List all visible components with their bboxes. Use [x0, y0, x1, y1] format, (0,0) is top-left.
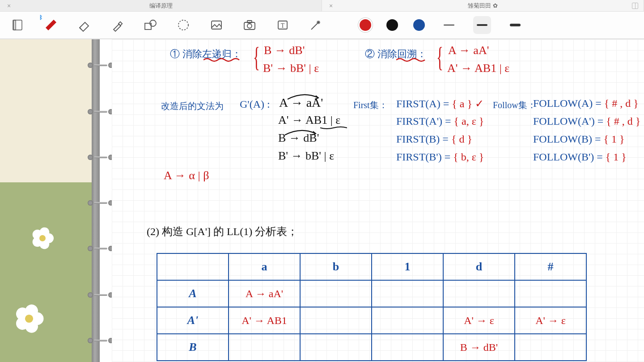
tab-label: 雏菊田田 ✿: [468, 2, 498, 10]
pen-icon[interactable]: ᛒ: [42, 16, 60, 34]
close-icon[interactable]: ×: [7, 2, 11, 9]
first-a: FIRST(A) = { a } ✓: [396, 97, 484, 110]
bluetooth-icon: ᛒ: [39, 14, 42, 21]
cell: [372, 307, 443, 334]
svg-rect-2: [119, 22, 122, 25]
toolbar: ᛒ T: [0, 12, 644, 39]
binder-margin: [0, 39, 112, 362]
cell: [515, 280, 586, 307]
first-bp: FIRST(B') = { b, ε }: [396, 151, 484, 163]
row-B: B: [157, 334, 229, 361]
svg-point-5: [178, 20, 188, 30]
tab-right[interactable]: × 雏菊田田 ✿: [322, 0, 644, 11]
split-view-icon[interactable]: [632, 3, 638, 9]
stroke-thick[interactable]: [506, 16, 524, 34]
arc-arrow: [285, 93, 321, 101]
first-label: First集：: [353, 99, 388, 111]
cell: [229, 334, 300, 361]
cell: A' → ε: [443, 307, 515, 334]
row-Ap: A': [157, 307, 229, 334]
svg-point-8: [247, 24, 252, 28]
row-A: A: [157, 280, 229, 307]
cell: A' → ε: [515, 307, 586, 334]
stroke-thin[interactable]: [440, 16, 458, 34]
camera-icon[interactable]: [241, 16, 258, 34]
grammar-label: 改造后的文法为: [161, 100, 224, 112]
brace-icon: {: [436, 46, 443, 68]
notebook-icon[interactable]: [9, 16, 27, 34]
svg-text:T: T: [281, 22, 285, 29]
cell: A' → AB1: [229, 307, 300, 334]
grammar-p2: A' → AB1 | ε: [278, 114, 340, 127]
first-ap: FIRST(A') = { a, ε }: [396, 115, 484, 127]
table-row: B B → dB': [157, 334, 586, 361]
stroke-medium[interactable]: [473, 16, 491, 34]
follow-label: Follow集：: [493, 99, 536, 111]
follow-a: FOLLOW(A) = { # , d }: [533, 97, 639, 109]
svg-rect-1: [13, 20, 16, 30]
color-blue[interactable]: [413, 19, 425, 31]
col-1: 1: [372, 253, 443, 280]
text-icon[interactable]: T: [274, 16, 292, 34]
color-red[interactable]: [360, 19, 371, 31]
magic-wand-icon[interactable]: [307, 16, 325, 34]
follow-b: FOLLOW(B) = { 1 }: [533, 133, 625, 145]
underline: [320, 126, 347, 130]
cell: [300, 307, 372, 334]
cell: A → aA': [229, 280, 300, 307]
col-a: a: [229, 253, 300, 280]
tab-bar: × 编译原理 × 雏菊田田 ✿: [0, 0, 644, 12]
close-icon[interactable]: ×: [329, 2, 333, 9]
shapes-icon[interactable]: [141, 16, 159, 34]
cell: [300, 334, 372, 361]
step2-prod1: A → aA': [448, 44, 489, 57]
eraser-icon[interactable]: [75, 16, 93, 34]
color-black[interactable]: [386, 19, 398, 31]
step2-prod2: A' → AB1 | ε: [447, 62, 509, 75]
lasso-icon[interactable]: [174, 16, 192, 34]
squiggle-underline: [396, 57, 432, 63]
flower-decor: [31, 227, 54, 249]
aside-note: A → α | β: [164, 169, 209, 182]
col-d: d: [443, 253, 515, 280]
step1-prod2: B' → bB' | ε: [263, 62, 319, 75]
cell: [372, 334, 443, 361]
col-hash: #: [515, 253, 586, 280]
note-page[interactable]: ① 消除左递归： { B → dB' B' → bB' | ε ② 消除回溯： …: [112, 39, 644, 362]
grammar-p4: B' → bB' | ε: [278, 149, 334, 163]
cell: B → dB': [443, 334, 515, 361]
follow-ap: FOLLOW(A') = { # , d }: [533, 115, 640, 127]
cell: [515, 334, 586, 361]
cell: [443, 280, 515, 307]
highlighter-icon[interactable]: [108, 16, 126, 34]
tab-left[interactable]: × 编译原理: [0, 0, 322, 11]
svg-rect-9: [247, 21, 252, 23]
col-b: b: [300, 253, 372, 280]
table-row: A A → aA': [157, 280, 586, 307]
cell: [300, 280, 372, 307]
step1-prod1: B → dB': [264, 44, 305, 57]
flower-decor: [15, 304, 44, 333]
question-2: (2) 构造 G[A'] 的 LL(1) 分析表；: [147, 224, 298, 239]
ll1-table: a b 1 d # A A → aA' A' A' → AB1 A' → ε: [157, 253, 587, 361]
tab-label: 编译原理: [149, 2, 173, 10]
table-row: A' A' → AB1 A' → ε A' → ε: [157, 307, 586, 334]
first-b: FIRST(B) = { d }: [396, 133, 472, 145]
table-corner: [157, 253, 229, 280]
workspace: ① 消除左递归： { B → dB' B' → bB' | ε ② 消除回溯： …: [0, 39, 644, 362]
arc-arrow: [283, 129, 318, 137]
squiggle-underline: [203, 57, 244, 63]
image-icon[interactable]: [208, 16, 225, 34]
svg-rect-0: [14, 20, 22, 30]
cell: [372, 280, 443, 307]
brace-icon: {: [253, 46, 260, 68]
grammar-head: G'(A) :: [240, 98, 270, 110]
follow-bp: FOLLOW(B') = { 1 }: [533, 151, 627, 163]
